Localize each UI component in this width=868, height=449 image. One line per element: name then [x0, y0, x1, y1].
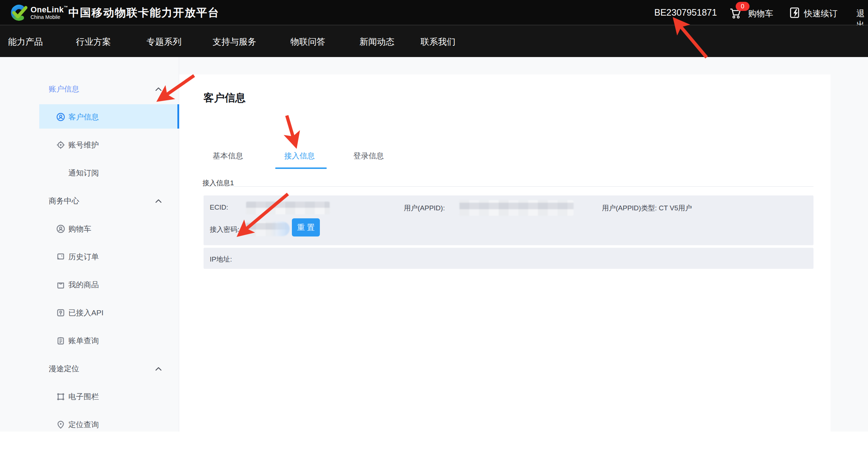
access-password-label: 接入密码:: [210, 225, 239, 234]
sidebar-item-label: 历史订单: [68, 252, 99, 262]
user-circle-icon: [56, 113, 65, 121]
api-icon: [56, 308, 65, 317]
nav-item-3[interactable]: 专题系列: [146, 36, 181, 48]
nav-item-4[interactable]: 支持与服务: [213, 36, 256, 48]
brand-name: OneLink™: [31, 5, 68, 15]
fence-icon: [56, 392, 65, 401]
onelink-logo-icon: [8, 4, 29, 21]
user-circle-icon: [56, 224, 65, 233]
sidebar-menu: 账户信息 客户信息 账号维护 通知订阅 商务中心 购物车: [0, 57, 179, 432]
appid-type-value: CT V5用户: [659, 204, 692, 212]
access-password-redacted: [246, 222, 290, 236]
active-item-bar: [177, 104, 179, 129]
ip-address-label: IP地址:: [210, 255, 232, 264]
chevron-up-icon: [155, 199, 162, 203]
tab-1[interactable]: 基本信息: [213, 151, 243, 161]
sidebar-item-10[interactable]: 账单查询: [0, 327, 179, 355]
appid-type-label: 用户(APPID)类型:: [602, 204, 657, 212]
sidebar-item-12[interactable]: 电子围栏: [0, 383, 179, 410]
sidebar-item-8[interactable]: 我的商品: [0, 271, 179, 299]
nav-item-6[interactable]: 新闻动态: [359, 36, 394, 48]
page-title: 客户信息: [204, 91, 246, 105]
sidebar-item-label: 通知订阅: [68, 168, 99, 178]
appid-label: 用户(APPID):: [404, 203, 445, 213]
sidebar-item-label: 账单查询: [68, 336, 99, 346]
sidebar-item-13[interactable]: 定位查询: [0, 410, 179, 432]
ip-address-box: IP地址:: [204, 248, 813, 269]
sidebar-item-label: 定位查询: [68, 420, 99, 430]
sidebar-item-label: 购物车: [68, 224, 91, 234]
sidebar-group-label: 账户信息: [49, 84, 79, 94]
access-info-box: ECID: 用户(APPID): 用户(APPID)类型: CT V5用户 接入…: [204, 195, 813, 245]
ecid-value-redacted: [246, 202, 330, 214]
history-order-icon: [56, 252, 65, 261]
sidebar-item-2[interactable]: 客户信息: [0, 103, 179, 131]
appid-type-field: 用户(APPID)类型: CT V5用户: [602, 203, 692, 213]
nav-item-7[interactable]: 联系我们: [421, 36, 455, 48]
sidebar-item-9[interactable]: 已接入API: [0, 299, 179, 327]
location-pin-icon: [56, 420, 65, 429]
sidebar-item-label: 客户信息: [68, 112, 99, 122]
nav-item-5[interactable]: 物联问答: [290, 36, 325, 48]
sidebar-item-label: 已接入API: [68, 308, 104, 318]
bill-icon: [56, 336, 65, 345]
sidebar-item-label: 账号维护: [68, 140, 99, 150]
top-logo-bar: OneLink™ China Mobile 中国移动物联卡能力开放平台 BE23…: [0, 0, 868, 25]
onelink-portal-screen: OneLink™ China Mobile 中国移动物联卡能力开放平台 BE23…: [0, 0, 868, 449]
tab-bar-border: [204, 186, 813, 187]
appid-value-redacted: [459, 200, 574, 216]
site-title: 中国移动物联卡能力开放平台: [68, 5, 220, 20]
cart-badge: 0: [736, 2, 750, 11]
sidebar-group-label: 商务中心: [49, 196, 79, 206]
sidebar-item-label: 我的商品: [68, 280, 99, 290]
quick-renew-icon[interactable]: [789, 7, 801, 19]
sidebar-item-3[interactable]: 账号维护: [0, 131, 179, 159]
sidebar-item-6[interactable]: 购物车: [0, 215, 179, 243]
nav-item-1[interactable]: 能力产品: [8, 36, 43, 48]
main-content-panel: 客户信息 基本信息接入信息登录信息 接入信息1 ECID: 用户(APPID):…: [179, 74, 831, 432]
reset-password-button[interactable]: 重 置: [292, 218, 320, 236]
quick-renew-link[interactable]: 快速续订: [804, 8, 837, 19]
sidebar-group-11[interactable]: 漫途定位: [0, 355, 179, 383]
ecid-label: ECID:: [210, 203, 228, 211]
sidebar-item-7[interactable]: 历史订单: [0, 243, 179, 271]
sidebar-group-5[interactable]: 商务中心: [0, 187, 179, 215]
cart-link[interactable]: 购物车: [748, 8, 773, 19]
gear-icon: [56, 141, 65, 149]
sidebar-group-1[interactable]: 账户信息: [0, 75, 179, 103]
active-tab-underline: [275, 167, 327, 169]
trademark-symbol: ™: [64, 5, 68, 9]
bag-icon: [56, 280, 65, 289]
nav-item-2[interactable]: 行业方案: [76, 36, 111, 48]
tab-3[interactable]: 登录信息: [353, 151, 384, 161]
chevron-up-icon: [155, 87, 162, 91]
account-id: BE2307951871: [654, 7, 717, 18]
tab-2[interactable]: 接入信息: [284, 151, 315, 161]
sidebar-item-4[interactable]: 通知订阅: [0, 159, 179, 187]
access-info-section-label: 接入信息1: [202, 178, 234, 188]
sidebar-group-label: 漫途定位: [49, 364, 79, 374]
brand-subtitle: China Mobile: [31, 14, 60, 20]
sidebar-item-label: 电子围栏: [68, 392, 99, 402]
chevron-up-icon: [155, 367, 162, 371]
